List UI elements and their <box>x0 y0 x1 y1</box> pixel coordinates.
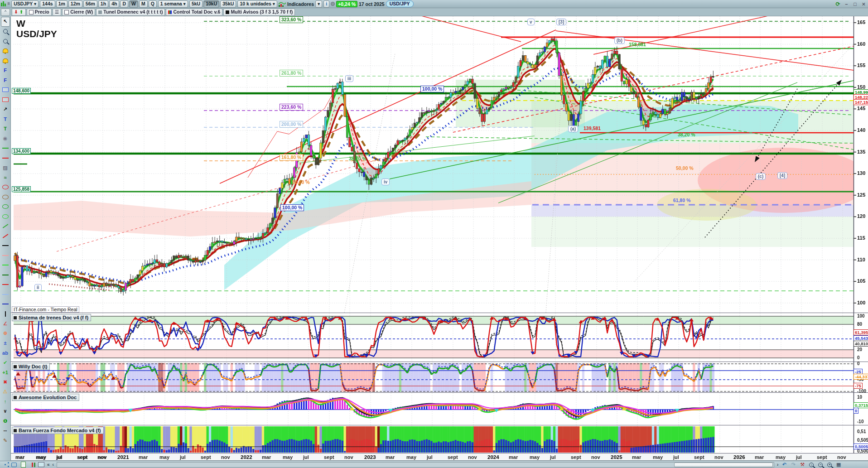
timeframe-D[interactable]: D <box>120 0 128 8</box>
trend-green-tool[interactable] <box>1 222 10 232</box>
refresh-icon[interactable]: ⟳ <box>834 1 841 7</box>
ellipse-red-tool[interactable] <box>1 183 10 193</box>
legend-tunel[interactable]: Tunel Domenec v4 (t t t t t) <box>96 9 165 16</box>
hline-darkgreen-tool[interactable] <box>1 270 10 280</box>
scroll-far-left-button[interactable]: « <box>47 462 50 467</box>
indicators-dropdown[interactable]: ▾ <box>315 0 322 8</box>
zoom-tool[interactable] <box>1 27 10 37</box>
arrow-tool[interactable]: ↗ <box>1 105 10 115</box>
chart-canvas[interactable] <box>0 0 868 468</box>
hline-green-alert-tool[interactable] <box>1 144 10 154</box>
panel-label-awesome[interactable]: Awesome Evolution Doc <box>12 394 79 401</box>
undo-icon[interactable]: ↶ <box>781 462 787 468</box>
pointer-tool[interactable]: ↖ <box>1 17 10 27</box>
timeframe-4h[interactable]: 4h <box>109 0 119 8</box>
grip-icon[interactable]: ⠿ <box>7 2 10 6</box>
compare-icon[interactable] <box>29 462 35 468</box>
legend-cierre[interactable]: Cierre (W) <box>62 9 95 16</box>
zoom-in-icon[interactable]: + <box>826 462 833 468</box>
settings-wrench-icon[interactable]: ⚒ <box>799 462 805 468</box>
like-tool[interactable]: +1 <box>1 367 10 377</box>
hline-lime-tool[interactable] <box>1 261 10 270</box>
panel-label-barra[interactable]: Barra Fuerza Fondo Mercado v4 (f) <box>12 427 104 434</box>
more-tools-chevron[interactable]: ∨ <box>1 406 10 416</box>
pin-tool[interactable]: ◉ <box>1 134 10 144</box>
horizontal-scrollbar[interactable] <box>57 462 774 468</box>
ruler-tool[interactable]: ▨ <box>1 163 10 173</box>
ellipse-brown-tool[interactable] <box>1 192 10 202</box>
share-icon[interactable] <box>2 462 8 468</box>
units-select[interactable]: 10 k unidades ▾ <box>237 0 277 8</box>
fib-retracement-tool[interactable]: F <box>1 66 10 76</box>
legend-multi-avisos[interactable]: Multi Avisos (3 f 3 1,5 70 f f) <box>223 9 295 16</box>
unit-35kU[interactable]: 35kU <box>220 0 236 8</box>
hline-lightblue-tool[interactable] <box>1 289 10 299</box>
vline-tool[interactable] <box>1 309 10 319</box>
month-label: jul <box>796 454 802 460</box>
notes-tool[interactable]: ❶ <box>1 416 10 426</box>
maximize-button[interactable]: □ <box>852 1 858 7</box>
ellipse-green-tool[interactable] <box>1 202 10 212</box>
price-alert-arrows[interactable]: ⬇⬆ <box>12 9 26 16</box>
trend-red-tool[interactable] <box>1 231 10 241</box>
ellipse-lime-tool[interactable] <box>1 212 10 222</box>
fib-projection-tool[interactable]: F <box>1 75 10 85</box>
hline-red-alert-tool[interactable] <box>1 153 10 163</box>
timeframe-M[interactable]: M <box>139 0 148 8</box>
no-tool[interactable]: ✖ <box>1 377 10 387</box>
symbol-pill[interactable]: USD/JPY <box>386 0 414 7</box>
timeframe-Q[interactable]: Q <box>149 0 157 8</box>
draw-tool[interactable]: ✎ <box>1 436 10 446</box>
grid-icon[interactable]: ▦ <box>835 462 842 468</box>
scrollbar-thumb[interactable] <box>674 463 773 467</box>
check-tool[interactable]: ✔ <box>1 358 10 368</box>
panel-label-sistema[interactable]: Sistema de trenes Doc v4 (f f) <box>12 314 91 321</box>
minimize-button[interactable]: – <box>843 1 850 7</box>
alert-cursor-tool[interactable] <box>1 46 10 56</box>
scroll-left-button[interactable]: ‹ <box>53 462 54 467</box>
symbol-select[interactable]: USDJPY ▾ <box>11 0 39 8</box>
ab-labels-tool[interactable]: ab <box>1 348 10 358</box>
zoom-fit-icon[interactable]: ↕ <box>808 462 815 468</box>
warning-tool[interactable]: ⚠ <box>1 387 10 397</box>
angle-tool[interactable]: ∠ <box>1 319 10 329</box>
pattern-tool[interactable]: ≈ <box>1 173 10 183</box>
period-select[interactable]: 1 semana ▾ <box>158 0 188 8</box>
snapshot-icon[interactable] <box>38 462 44 468</box>
hline-red-tool[interactable] <box>1 280 10 290</box>
indicators-button[interactable]: Indicadores <box>287 1 314 7</box>
unit-10kU[interactable]: 10kU <box>203 0 219 8</box>
timeframe-W[interactable]: W <box>129 0 138 8</box>
legend-list-icon[interactable]: ☰ <box>53 9 61 16</box>
close-button[interactable]: ✕ <box>860 1 867 7</box>
redo-icon[interactable]: ↷ <box>790 462 796 468</box>
timeframe-1m[interactable]: 1m <box>56 0 68 8</box>
rect-red-tool[interactable] <box>1 95 10 105</box>
timeframe-144s[interactable]: 144s <box>40 0 55 8</box>
numbers-tool[interactable]: ± <box>1 338 10 348</box>
timeframe-1h[interactable]: 1h <box>98 0 108 8</box>
text-tool[interactable]: T <box>1 114 10 124</box>
legend-control-total[interactable]: Control Total Doc v.6 <box>166 9 222 16</box>
hline-darkblue-tool[interactable] <box>1 299 10 309</box>
zoom-box-tool[interactable] <box>1 36 10 46</box>
target-tool[interactable]: ⊕ <box>1 328 10 338</box>
hline-black-tool[interactable] <box>1 241 10 251</box>
report-icon[interactable] <box>20 462 26 468</box>
panel-label-willy[interactable]: Willy Doc (t) <box>12 363 50 370</box>
timeframe-12m[interactable]: 12m <box>68 0 82 8</box>
hline-pink-tool[interactable] <box>1 251 10 261</box>
dots-tool[interactable]: ••• <box>1 426 10 436</box>
up-arrow-tool[interactable]: ↑ <box>1 397 10 407</box>
rect-blue-tool[interactable] <box>1 85 10 95</box>
timeframe-56m[interactable]: 56m <box>83 0 97 8</box>
legend-precio[interactable]: Precio <box>27 9 52 16</box>
alert-tool[interactable] <box>1 56 10 66</box>
info-button[interactable]: i <box>323 0 329 8</box>
comment-icon[interactable] <box>11 462 17 468</box>
callout-tool[interactable]: T <box>1 124 10 134</box>
scroll-right-button[interactable]: › <box>777 462 778 467</box>
zoom-out-icon[interactable]: − <box>817 462 824 468</box>
unit-5kU[interactable]: 5kU <box>189 0 203 8</box>
legend-collapse-button[interactable]: ^ <box>1 9 10 16</box>
